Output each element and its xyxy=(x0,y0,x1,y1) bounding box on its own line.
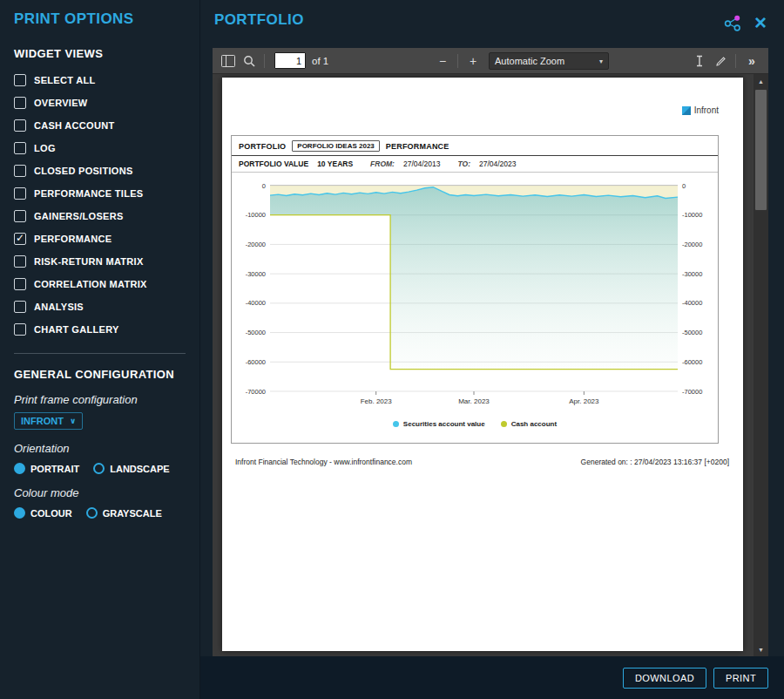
radio-label: COLOUR xyxy=(30,508,72,519)
scroll-down-icon[interactable]: ▼ xyxy=(754,642,768,656)
securities-legend-dot xyxy=(393,421,399,427)
brand-text: Infront xyxy=(694,105,719,115)
widget-views-heading: WIDGET VIEWS xyxy=(14,47,186,60)
svg-text:-40000: -40000 xyxy=(682,299,702,307)
to-label: TO: xyxy=(457,159,470,168)
checkbox[interactable] xyxy=(14,187,26,200)
orientation-label: Orientation xyxy=(14,442,186,455)
page-number-input[interactable] xyxy=(274,52,306,69)
svg-text:0: 0 xyxy=(262,182,266,190)
toolbar-right-tools: » xyxy=(689,48,761,74)
widget-label: CHART GALLERY xyxy=(34,324,119,335)
widget-row-correlation-matrix[interactable]: CORRELATION MATRIX xyxy=(14,273,186,295)
radio-button[interactable] xyxy=(14,463,25,474)
zoom-in-icon[interactable]: + xyxy=(463,51,483,71)
widget-row-log[interactable]: LOG xyxy=(14,137,186,159)
pdf-toolbar: of 1 − + Automatic Zoom ▾ xyxy=(213,48,768,74)
widget-row-overview[interactable]: OVERVIEW xyxy=(14,92,186,114)
svg-text:0: 0 xyxy=(682,182,686,190)
widget-label: GAINERS/LOSERS xyxy=(34,211,124,221)
zoom-level-select[interactable]: Automatic Zoom ▾ xyxy=(489,52,609,70)
print-frame-dropdown[interactable]: INFRONT ∨ xyxy=(14,412,83,430)
more-tools-icon[interactable]: » xyxy=(740,51,761,71)
widget-label: OVERVIEW xyxy=(34,98,88,108)
cash-legend-dot xyxy=(501,421,507,427)
widget-row-analysis[interactable]: ANALYSIS xyxy=(14,295,186,318)
scrollbar-thumb[interactable] xyxy=(755,90,767,210)
checkbox[interactable] xyxy=(14,97,26,109)
panel-title: PORTFOLIO xyxy=(214,11,304,29)
radio-colour[interactable]: COLOUR xyxy=(14,507,72,519)
widget-row-risk-return-matrix[interactable]: RISK-RETURN MATRIX xyxy=(14,250,186,273)
report-subtitle: PERFORMANCE xyxy=(386,142,449,151)
text-select-tool-icon[interactable] xyxy=(689,51,710,71)
widget-label: RISK-RETURN MATRIX xyxy=(34,256,144,267)
infront-logo-icon xyxy=(682,106,691,115)
widget-row-gainers-losers[interactable]: GAINERS/LOSERS xyxy=(14,205,186,227)
widget-label: ANALYSIS xyxy=(34,302,84,312)
radio-button[interactable] xyxy=(14,507,25,519)
checkbox[interactable] xyxy=(14,323,26,336)
print-button[interactable]: PRINT xyxy=(713,668,768,689)
report-box: PORTFOLIO PORFOLIO IDEAS 2023 PERFORMANC… xyxy=(231,135,719,444)
sidebar-toggle-icon[interactable] xyxy=(218,51,239,71)
svg-text:-10000: -10000 xyxy=(682,211,702,219)
radio-button[interactable] xyxy=(93,463,105,474)
svg-text:-20000: -20000 xyxy=(682,241,702,248)
radio-label: LANDSCAPE xyxy=(110,464,169,474)
svg-text:-40000: -40000 xyxy=(246,299,266,307)
from-label: FROM: xyxy=(370,159,395,168)
print-frame-value: INFRONT xyxy=(21,416,64,426)
report-title-row: PORTFOLIO PORFOLIO IDEAS 2023 PERFORMANC… xyxy=(232,136,718,156)
report-title: PORTFOLIO xyxy=(239,142,286,151)
checkbox[interactable] xyxy=(14,255,26,268)
checkbox[interactable] xyxy=(14,301,26,313)
pdf-page: Infront PORTFOLIO PORFOLIO IDEAS 2023 PE… xyxy=(222,78,743,651)
draw-tool-icon[interactable] xyxy=(710,51,731,71)
checkbox[interactable] xyxy=(14,74,26,86)
widget-row-performance[interactable]: PERFORMANCE xyxy=(14,227,186,250)
download-button[interactable]: DOWNLOAD xyxy=(623,668,706,689)
checkbox[interactable] xyxy=(14,165,26,177)
radio-landscape[interactable]: LANDSCAPE xyxy=(93,463,169,474)
zoom-out-icon[interactable]: − xyxy=(432,51,453,71)
svg-text:-70000: -70000 xyxy=(682,388,702,396)
radio-portrait[interactable]: PORTRAIT xyxy=(14,463,79,474)
footer-generated: Generated on: : 27/04/2023 13:16:37 [+02… xyxy=(581,458,729,466)
zoom-controls: − + Automatic Zoom ▾ xyxy=(432,48,609,74)
svg-text:-50000: -50000 xyxy=(246,329,266,336)
radio-button[interactable] xyxy=(86,507,98,519)
zoom-level-value: Automatic Zoom xyxy=(495,56,564,66)
checkbox[interactable] xyxy=(14,278,26,290)
to-value: 27/04/2023 xyxy=(479,159,517,168)
svg-text:Feb. 2023: Feb. 2023 xyxy=(361,397,393,405)
checkbox[interactable] xyxy=(14,210,26,222)
widget-label: CORRELATION MATRIX xyxy=(34,279,147,289)
checkbox[interactable] xyxy=(14,119,26,132)
svg-text:-30000: -30000 xyxy=(682,270,702,278)
vertical-scrollbar[interactable]: ▲ ▼ xyxy=(754,74,768,656)
scroll-up-icon[interactable]: ▲ xyxy=(754,74,768,88)
widget-row-select-all[interactable]: SELECT ALL xyxy=(14,69,186,92)
portfolio-name-badge: PORFOLIO IDEAS 2023 xyxy=(292,140,379,152)
legend-label: Securities account value xyxy=(403,420,485,428)
radio-grayscale[interactable]: GRAYSCALE xyxy=(86,507,162,519)
widget-row-performance-tiles[interactable]: PERFORMANCE TILES xyxy=(14,182,186,205)
checkbox[interactable] xyxy=(14,233,26,245)
legend-item-securities: Securities account value xyxy=(393,420,485,428)
widget-row-chart-gallery[interactable]: CHART GALLERY xyxy=(14,318,186,341)
channel-link-icon[interactable] xyxy=(724,15,741,31)
widget-views-list: SELECT ALL OVERVIEW CASH ACCOUNT LOG CLO… xyxy=(14,69,186,341)
widget-row-cash-account[interactable]: CASH ACCOUNT xyxy=(14,114,186,137)
colour-mode-label: Colour mode xyxy=(14,486,186,499)
close-icon[interactable]: × xyxy=(754,14,767,31)
print-dialog: PRINT OPTIONS WIDGET VIEWS SELECT ALL OV… xyxy=(0,0,784,699)
widget-row-closed-positions[interactable]: CLOSED POSITIONS xyxy=(14,159,186,182)
print-options-title: PRINT OPTIONS xyxy=(14,10,186,28)
period-label: 10 YEARS xyxy=(317,159,353,168)
checkbox[interactable] xyxy=(14,142,26,154)
infront-brand: Infront xyxy=(682,105,719,115)
performance-chart: 00-10000-10000-20000-20000-30000-30000-4… xyxy=(235,177,713,414)
legend-label: Cash account xyxy=(511,420,557,428)
search-icon[interactable] xyxy=(239,51,260,71)
